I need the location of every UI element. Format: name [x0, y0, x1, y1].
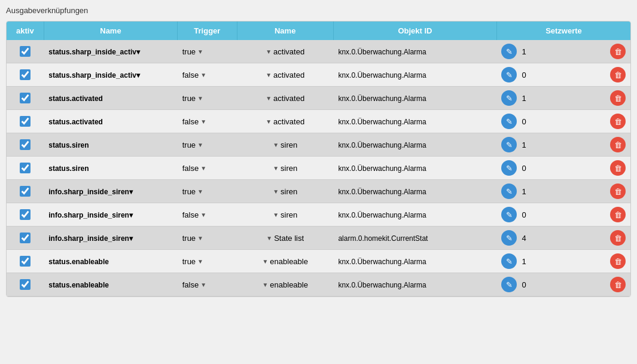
cell-setzwerte: ✎1🗑 — [496, 40, 630, 63]
trigger-dropdown-arrow[interactable]: ▼ — [197, 188, 203, 195]
name1-text: status.siren — [48, 141, 89, 149]
cell-objektid: knx.0.Überwachung.Alarma — [333, 157, 496, 180]
cell-name2: ▼siren — [237, 157, 333, 180]
trigger-dropdown-arrow[interactable]: ▼ — [200, 165, 206, 172]
name2-value: State list — [274, 234, 304, 243]
cell-aktiv — [7, 227, 44, 250]
delete-button[interactable]: 🗑 — [610, 183, 626, 199]
edit-button[interactable]: ✎ — [501, 137, 517, 152]
trigger-dropdown-arrow[interactable]: ▼ — [197, 258, 203, 265]
edit-button[interactable]: ✎ — [501, 67, 517, 82]
trigger-dropdown-arrow[interactable]: ▼ — [197, 142, 203, 148]
name2-dropdown-arrow[interactable]: ▼ — [273, 142, 279, 148]
delete-button[interactable]: 🗑 — [610, 253, 626, 269]
edit-button[interactable]: ✎ — [501, 230, 517, 246]
name2-value: siren — [281, 164, 297, 173]
trigger-dropdown-arrow[interactable]: ▼ — [200, 118, 206, 125]
edit-button[interactable]: ✎ — [501, 277, 517, 292]
setzwerte-value: 0 — [522, 280, 526, 289]
cell-name2: ▼siren — [237, 203, 333, 227]
cell-trigger: true▼ — [178, 180, 237, 203]
trigger-value: false — [182, 117, 199, 126]
cell-name1: info.sharp_inside_siren▾ — [44, 203, 177, 227]
cell-aktiv — [7, 273, 44, 296]
name2-dropdown-arrow[interactable]: ▼ — [273, 165, 279, 172]
trigger-value: false — [182, 164, 199, 173]
trigger-dropdown-arrow[interactable]: ▼ — [197, 48, 203, 55]
aktiv-checkbox[interactable] — [20, 233, 31, 243]
edit-button[interactable]: ✎ — [501, 114, 517, 129]
cell-trigger: true▼ — [178, 227, 237, 250]
name2-dropdown-arrow[interactable]: ▼ — [273, 188, 279, 195]
delete-button[interactable]: 🗑 — [610, 67, 626, 82]
objektid-text: knx.0.Überwachung.Alarma — [338, 164, 426, 173]
name1-text: status.activated — [48, 94, 103, 103]
table-row: status.sirentrue▼▼sirenknx.0.Überwachung… — [7, 133, 630, 157]
name1-text: status.enableable — [48, 281, 109, 289]
name2-dropdown-arrow[interactable]: ▼ — [266, 48, 272, 55]
edit-button[interactable]: ✎ — [501, 160, 517, 176]
main-table-container: aktiv Name Trigger Name Objekt ID Setzwe… — [6, 21, 631, 297]
cell-trigger: true▼ — [178, 87, 237, 110]
aktiv-checkbox[interactable] — [20, 279, 31, 290]
name2-dropdown-arrow[interactable]: ▼ — [266, 235, 272, 241]
aktiv-checkbox[interactable] — [20, 209, 31, 220]
trigger-dropdown-arrow[interactable]: ▼ — [197, 235, 203, 241]
delete-button[interactable]: 🗑 — [610, 160, 626, 176]
name2-dropdown-arrow[interactable]: ▼ — [266, 72, 272, 78]
aktiv-checkbox[interactable] — [20, 186, 31, 197]
cell-name1: status.siren — [44, 157, 177, 180]
delete-button[interactable]: 🗑 — [610, 230, 626, 246]
header-name2: Name — [237, 22, 333, 40]
aktiv-checkbox[interactable] — [20, 46, 31, 57]
cell-name1: status.sharp_inside_activ▾ — [44, 40, 177, 63]
objektid-text: knx.0.Überwachung.Alarma — [338, 188, 426, 196]
setzwerte-value: 0 — [522, 164, 526, 173]
setzwerte-value: 4 — [522, 234, 526, 243]
cell-setzwerte: ✎0🗑 — [496, 273, 630, 296]
name2-value: activated — [273, 47, 304, 56]
delete-button[interactable]: 🗑 — [610, 44, 626, 59]
edit-button[interactable]: ✎ — [501, 207, 517, 222]
cell-setzwerte: ✎0🗑 — [496, 63, 630, 87]
aktiv-checkbox[interactable] — [20, 116, 31, 127]
name2-dropdown-arrow[interactable]: ▼ — [262, 282, 268, 288]
name2-dropdown-arrow[interactable]: ▼ — [273, 212, 279, 218]
trigger-dropdown-arrow[interactable]: ▼ — [200, 72, 206, 78]
name2-dropdown-arrow[interactable]: ▼ — [266, 95, 272, 102]
objektid-text: knx.0.Überwachung.Alarma — [338, 71, 426, 79]
cell-aktiv — [7, 133, 44, 157]
cell-name1: status.siren — [44, 133, 177, 157]
delete-button[interactable]: 🗑 — [610, 277, 626, 292]
delete-button[interactable]: 🗑 — [610, 207, 626, 222]
header-aktiv: aktiv — [7, 22, 44, 40]
trigger-dropdown-arrow[interactable]: ▼ — [200, 282, 206, 288]
aktiv-checkbox[interactable] — [20, 139, 31, 150]
delete-button[interactable]: 🗑 — [610, 114, 626, 129]
edit-button[interactable]: ✎ — [501, 90, 517, 106]
aktiv-checkbox[interactable] — [20, 163, 31, 173]
cell-trigger: false▼ — [178, 157, 237, 180]
edit-button[interactable]: ✎ — [501, 183, 517, 199]
cell-setzwerte: ✎0🗑 — [496, 110, 630, 133]
aktiv-checkbox[interactable] — [20, 256, 31, 267]
name2-dropdown-arrow[interactable]: ▼ — [266, 118, 272, 125]
edit-button[interactable]: ✎ — [501, 253, 517, 269]
cell-objektid: knx.0.Überwachung.Alarma — [333, 203, 496, 227]
delete-button[interactable]: 🗑 — [610, 90, 626, 106]
trigger-dropdown-arrow[interactable]: ▼ — [200, 212, 206, 218]
delete-button[interactable]: 🗑 — [610, 137, 626, 152]
name1-text: info.sharp_inside_siren▾ — [48, 188, 133, 196]
cell-name2: ▼State list — [237, 227, 333, 250]
trigger-value: true — [182, 47, 196, 56]
aktiv-checkbox[interactable] — [20, 93, 31, 103]
header-setzwerte: Setzwerte — [496, 22, 630, 40]
edit-button[interactable]: ✎ — [501, 44, 517, 59]
cell-aktiv — [7, 180, 44, 203]
cell-name1: status.activated — [44, 87, 177, 110]
aktiv-checkbox[interactable] — [20, 69, 31, 80]
name2-dropdown-arrow[interactable]: ▼ — [262, 258, 268, 265]
table-row: status.sharp_inside_activ▾false▼▼activat… — [7, 63, 630, 87]
cell-objektid: knx.0.Überwachung.Alarma — [333, 40, 496, 63]
trigger-dropdown-arrow[interactable]: ▼ — [197, 95, 203, 102]
